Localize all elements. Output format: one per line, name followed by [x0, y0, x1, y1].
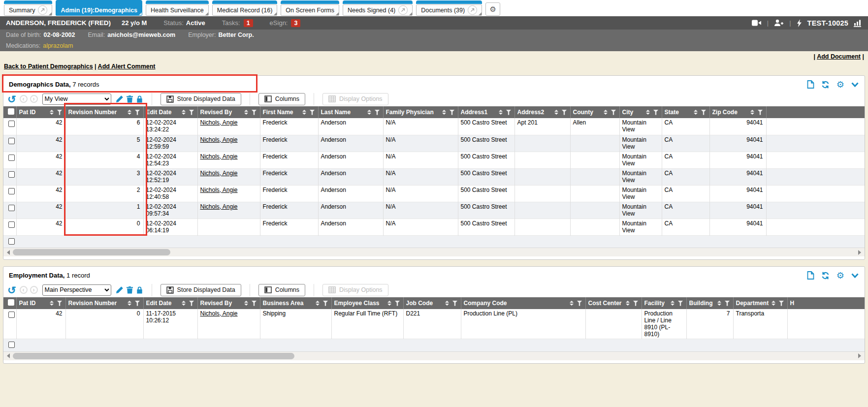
undo-icon[interactable]: ↺ — [7, 94, 16, 104]
delete-trash-icon[interactable] — [126, 286, 133, 294]
column-header-state[interactable]: State — [662, 106, 709, 118]
select-all-checkbox[interactable] — [8, 299, 14, 306]
column-header-first-name[interactable]: First Name — [260, 106, 318, 118]
filter-icon[interactable] — [701, 110, 707, 115]
horizontal-scrollbar[interactable] — [3, 351, 865, 360]
column-header-business-area[interactable]: Business Area — [260, 297, 331, 309]
column-header-revision-number[interactable]: Revision Number — [65, 106, 143, 118]
revised-by-link[interactable]: Nichols, Angie — [200, 170, 238, 177]
column-header-revision-number[interactable]: Revision Number — [65, 297, 143, 309]
column-header-address1[interactable]: Address1 — [458, 106, 514, 118]
column-header-employee-class[interactable]: Employee Class — [331, 297, 403, 309]
horizontal-scrollbar[interactable] — [3, 248, 865, 256]
filter-icon[interactable] — [611, 110, 616, 115]
revised-by-link[interactable]: Nichols, Angie — [200, 187, 238, 193]
filter-icon[interactable] — [135, 110, 140, 115]
store-displayed-data-button[interactable]: Store Displayed Data — [161, 284, 241, 296]
tab-medical-record[interactable]: Medical Record (16) — [212, 4, 278, 16]
sort-icon[interactable] — [50, 301, 54, 306]
sort-icon[interactable] — [302, 110, 306, 115]
row-checkbox[interactable] — [8, 221, 15, 228]
tasks-badge[interactable]: 1 — [244, 19, 253, 27]
scroll-left-arrow[interactable] — [4, 248, 12, 256]
column-header-zip-code[interactable]: Zip Code — [709, 106, 766, 118]
lightning-icon[interactable] — [797, 19, 802, 27]
nav-back-icon[interactable]: ‹ — [20, 286, 28, 294]
select-all-checkbox[interactable] — [8, 108, 14, 115]
edit-pencil-icon[interactable] — [116, 95, 124, 103]
sort-icon[interactable] — [694, 110, 698, 115]
sort-icon[interactable] — [750, 110, 754, 115]
filter-icon[interactable] — [252, 110, 257, 115]
esign-badge[interactable]: 3 — [291, 19, 300, 27]
row-checkbox[interactable] — [8, 342, 15, 348]
store-displayed-data-button[interactable]: Store Displayed Data — [161, 93, 241, 105]
tab-on-screen-forms[interactable]: On Screen Forms — [281, 4, 339, 16]
filter-icon[interactable] — [653, 110, 659, 115]
sort-icon[interactable] — [671, 301, 675, 306]
sort-icon[interactable] — [646, 110, 650, 115]
row-checkbox[interactable] — [8, 238, 15, 245]
delete-trash-icon[interactable] — [126, 95, 133, 103]
filter-icon[interactable] — [135, 301, 140, 306]
tab-documents[interactable]: Documents (39) — [416, 4, 482, 16]
sort-icon[interactable] — [128, 110, 131, 115]
sort-icon[interactable] — [626, 301, 630, 306]
sort-icon[interactable] — [50, 110, 54, 115]
nav-forward-icon[interactable]: › — [30, 286, 38, 294]
sort-icon[interactable] — [182, 301, 186, 306]
sort-icon[interactable] — [554, 110, 558, 115]
sort-icon[interactable] — [182, 110, 186, 115]
column-header-city[interactable]: City — [619, 106, 662, 118]
filter-icon[interactable] — [506, 110, 512, 115]
row-checkbox[interactable] — [8, 188, 15, 194]
column-header-edit-date[interactable]: Edit Date — [143, 106, 197, 118]
filter-icon[interactable] — [562, 110, 567, 115]
edit-pencil-icon[interactable] — [116, 286, 124, 294]
refresh-icon[interactable] — [821, 81, 830, 89]
scrollbar-thumb[interactable] — [13, 353, 294, 359]
revised-by-link[interactable]: Nichols, Angie — [200, 310, 238, 317]
revised-by-link[interactable]: Nichols, Angie — [200, 119, 238, 126]
sort-icon[interactable] — [442, 110, 446, 115]
filter-icon[interactable] — [633, 301, 639, 306]
lock-icon[interactable] — [136, 95, 143, 103]
view-select[interactable]: Main Perspective — [42, 284, 111, 296]
revised-by-link[interactable]: Nichols, Angie — [200, 203, 238, 210]
tab-health-surveillance[interactable]: Health Surveillance — [146, 4, 209, 16]
person-add-icon[interactable] — [774, 19, 784, 27]
sort-icon[interactable] — [499, 110, 503, 115]
nav-back-icon[interactable]: ‹ — [20, 95, 28, 103]
filter-icon[interactable] — [577, 301, 582, 306]
row-checkbox[interactable] — [8, 312, 15, 318]
sort-icon[interactable] — [244, 110, 248, 115]
sort-icon[interactable] — [445, 301, 449, 306]
new-document-icon[interactable] — [807, 80, 814, 89]
row-checkbox[interactable] — [8, 171, 15, 178]
scroll-right-arrow[interactable] — [856, 352, 864, 360]
popout-icon[interactable] — [398, 5, 408, 15]
view-select[interactable]: My View — [42, 94, 111, 105]
column-header-family-physician[interactable]: Family Physician — [383, 106, 458, 118]
column-header-revised-by[interactable]: Revised By — [197, 297, 260, 309]
sort-icon[interactable] — [604, 110, 608, 115]
new-document-icon[interactable] — [807, 271, 814, 280]
filter-icon[interactable] — [678, 301, 683, 306]
sort-icon[interactable] — [570, 301, 574, 306]
popout-icon[interactable] — [38, 5, 47, 15]
tab-settings-gear-icon[interactable]: ⚙ — [485, 2, 500, 16]
filter-icon[interactable] — [189, 301, 194, 306]
column-header-revised-by[interactable]: Revised By — [197, 106, 260, 118]
column-header-edit-date[interactable]: Edit Date — [143, 297, 197, 309]
add-alert-comment-link[interactable]: Add Alert Comment — [98, 63, 156, 70]
filter-icon[interactable] — [779, 301, 784, 306]
back-to-demographics-link[interactable]: Back to Patient Demographics — [4, 63, 93, 70]
sort-icon[interactable] — [772, 301, 775, 306]
refresh-icon[interactable] — [821, 272, 830, 280]
column-header-company-code[interactable]: Company Code — [461, 297, 585, 309]
columns-button[interactable]: Columns — [258, 93, 305, 105]
sort-icon[interactable] — [316, 301, 320, 306]
panel-settings-gear-icon[interactable]: ⚙ — [836, 80, 844, 89]
sort-icon[interactable] — [244, 301, 248, 306]
row-checkbox[interactable] — [8, 155, 15, 161]
